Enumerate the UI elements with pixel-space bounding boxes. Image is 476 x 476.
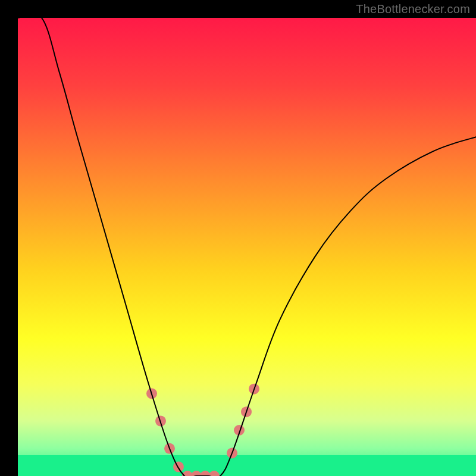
svg-point-3 xyxy=(173,462,184,472)
watermark-text: TheBottlenecker.com xyxy=(356,2,470,16)
optimal-green-band xyxy=(18,455,476,476)
chart-stage: TheBottlenecker.com xyxy=(0,0,476,476)
plot-area xyxy=(18,18,476,476)
bottleneck-curve-chart xyxy=(18,18,476,476)
